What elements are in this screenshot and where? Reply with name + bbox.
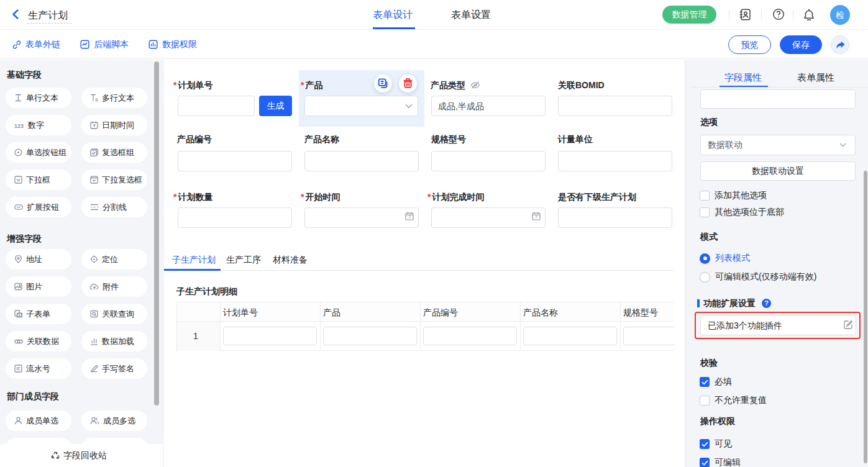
svg-text:7: 7 <box>408 214 411 220</box>
svg-text:7: 7 <box>535 214 537 220</box>
svg-text:123: 123 <box>14 123 24 129</box>
